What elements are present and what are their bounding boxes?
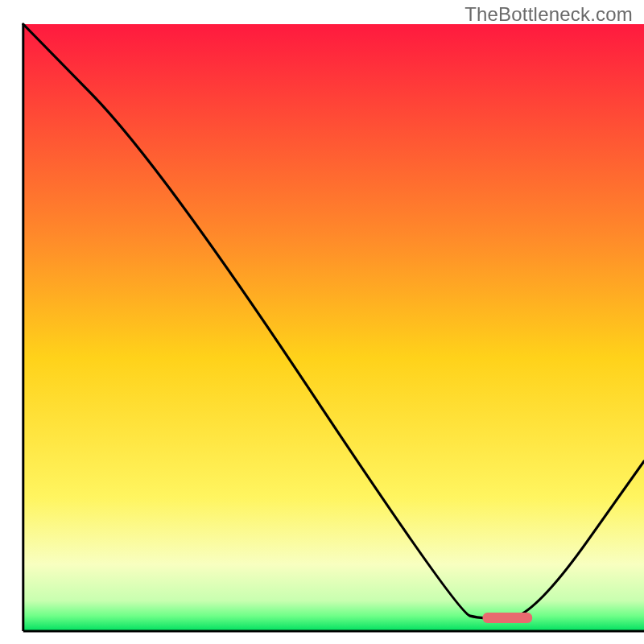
chart-frame: TheBottleneck.com bbox=[0, 0, 644, 644]
plot-area bbox=[23, 24, 644, 631]
optimal-range-marker bbox=[482, 613, 532, 623]
watermark-text: TheBottleneck.com bbox=[464, 3, 633, 26]
gradient-background bbox=[23, 24, 644, 631]
chart-svg bbox=[0, 0, 644, 644]
